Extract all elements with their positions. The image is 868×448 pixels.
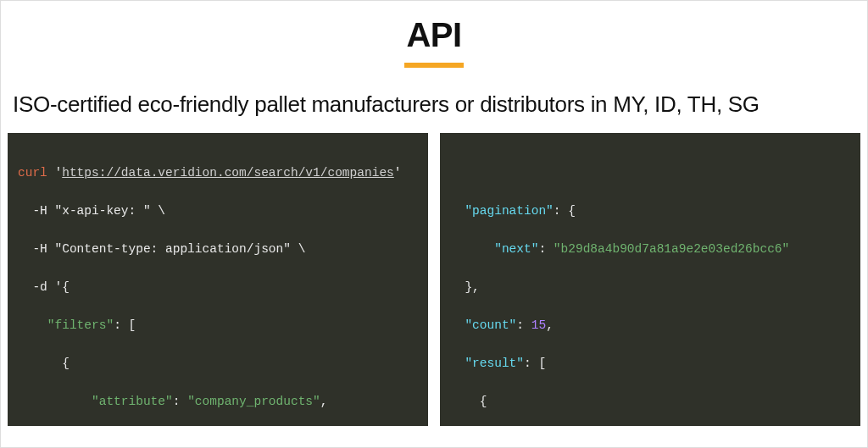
code-panels: curl 'https://data.veridion.com/search/v… (1, 133, 867, 426)
header: API (1, 1, 867, 68)
document-frame: API ISO-certified eco-friendly pallet ma… (0, 0, 868, 448)
page-title: API (1, 16, 867, 54)
query-subtitle: ISO-certified eco-friendly pallet manufa… (1, 68, 867, 133)
request-code-block: curl 'https://data.veridion.com/search/v… (8, 133, 428, 426)
curl-cmd: curl (18, 166, 55, 180)
body-open: -d '{ (32, 280, 70, 294)
header-api-key: -H "x-api-key: " \ (32, 204, 165, 218)
request-url: https://data.veridion.com/search/v1/comp… (62, 166, 394, 180)
header-content-type: -H "Content-type: application/json" \ (32, 242, 305, 256)
response-code-block: "pagination": { "next": "b29d8a4b90d7a81… (440, 133, 860, 426)
